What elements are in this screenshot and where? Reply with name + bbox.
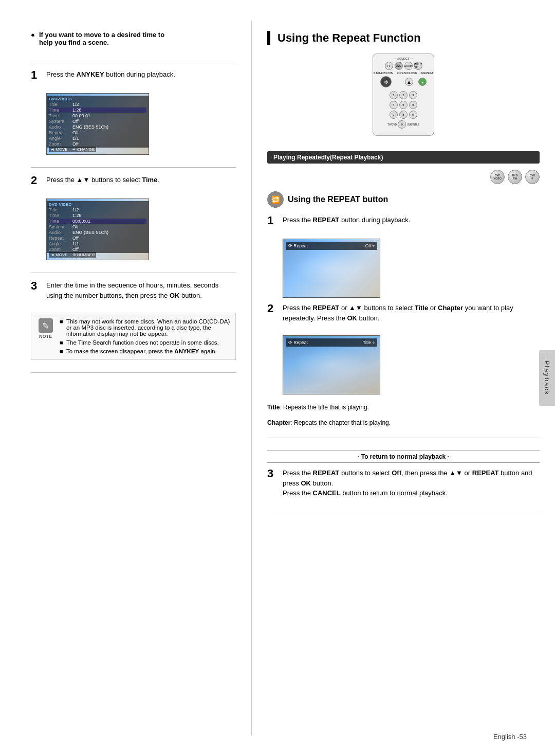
repeat-heading-text: Using the REPEAT button [288,195,388,204]
left-step-1: 1 Press the ANYKEY button during playbac… [31,69,236,81]
repeat-osd-1: ⟳ Repeat Off ÷ [286,242,377,250]
right-step-3: 3 Press the REPEAT buttons to select Off… [267,468,540,498]
page-number: English -53 [493,733,527,741]
repeat-screen-1: ⟳ Repeat Off ÷ [283,239,380,298]
note-content: ■ This may not work for some discs. When… [60,318,230,354]
caption-title: Title: Repeats the title that is playing… [267,403,540,412]
osd-overlay-1: DVD-VIDEO Title1/2 Time1:28 Time00:00:01… [47,96,149,148]
left-column: If you want to move to a desired time to… [0,21,252,735]
right-column: Using the Repeat Function — SELECT — TV … [252,21,555,735]
repeat-btn: ● [418,78,427,86]
dvd-r-icon: DVDR [525,170,540,184]
dvd-btn: DVD [395,62,403,70]
disc-icons: DVDVIDEO DVDRW DVDR [267,170,540,184]
osd-bottom-2: ◄ MOVE ⊕ NUMBER [49,252,96,258]
osd-bottom-1: ◄ MOVE ↵ CHANGE [49,147,96,152]
step-number: 1 [267,215,278,226]
dvd-rw-icon: DVDRW [508,170,522,184]
note-label: NOTE [39,334,52,339]
right-step-2: 2 Press the REPEAT or ▲▼ buttons to sele… [267,303,540,323]
step-text: Press the REPEAT buttons to select Off, … [283,468,540,498]
note-item-1: ■ This may not work for some discs. When… [60,318,230,337]
note-item-3: ■ To make the screen disappear, press th… [60,348,230,354]
note-icon: ✎ NOTE [36,318,54,354]
left-step-2: 2 Press the ▲▼ buttons to select Time. [31,175,236,186]
tv-btn: TV [385,62,393,70]
repeat-icon: 🔁 [267,191,284,208]
repeat-osd-2: ⟳ Repeat Title ÷ [286,338,377,347]
dvd-video-icon: DVDVIDEO [490,170,505,184]
step-text: Press the ANYKEY button during playback. [46,69,175,80]
step-number: 2 [31,175,41,186]
screen-image-2: DVD-VIDEO Title1/2 Time1:28 Time00:00:01… [46,199,149,260]
right-step-1: 1 Press the REPEAT button during playbac… [267,215,540,226]
screen-image-1: DVD-VIDEO Title1/2 Time1:28 Time00:00:01… [46,93,149,155]
repeat-screen-2: ⟳ Repeat Title ÷ [283,335,380,394]
step-text: Press the REPEAT or ▲▼ buttons to select… [283,303,540,323]
open-close-btn: ▲ [405,78,413,86]
step-number: 1 [31,69,41,81]
standby-btn: ⏻ [380,76,392,87]
side-tab: Playback [539,350,555,406]
left-step-3: 3 Enter the time in the sequence of hour… [31,280,236,300]
inputsel-btn: INPUT SEL [414,62,422,70]
step-text: Enter the time in the sequence of hours,… [46,280,236,300]
to-return-label: - To return to normal playback - [267,451,540,463]
step-text: Press the ▲▼ buttons to select Time. [46,175,159,185]
note-item-2: ■ The Time Search function does not oper… [60,339,230,346]
section-title: Using the Repeat Function [267,31,540,45]
bullet-intro: If you want to move to a desired time to… [31,31,236,46]
step-number: 3 [31,280,41,292]
remote-control-image: — SELECT — TV DVD ZOOM INPUT SEL STANDBY… [373,53,434,136]
step-number: 3 [267,468,278,479]
step-text: Press the REPEAT button during playback. [283,215,410,225]
zoom-btn: ZOOM [404,62,413,70]
note-box: ✎ NOTE ■ This may not work for some disc… [31,313,236,360]
repeat-sub-heading: 🔁 Using the REPEAT button [267,191,540,208]
title-bar-icon [267,31,270,45]
caption-chapter: Chapter: Repeats the chapter that is pla… [267,418,540,427]
note-symbol: ✎ [39,318,53,333]
step-number: 2 [267,303,278,314]
playing-banner: Playing Repeatedly(Repeat Playback) [267,151,540,164]
osd-overlay-2: DVD-VIDEO Title1/2 Time1:28 Time00:00:01… [47,201,149,253]
